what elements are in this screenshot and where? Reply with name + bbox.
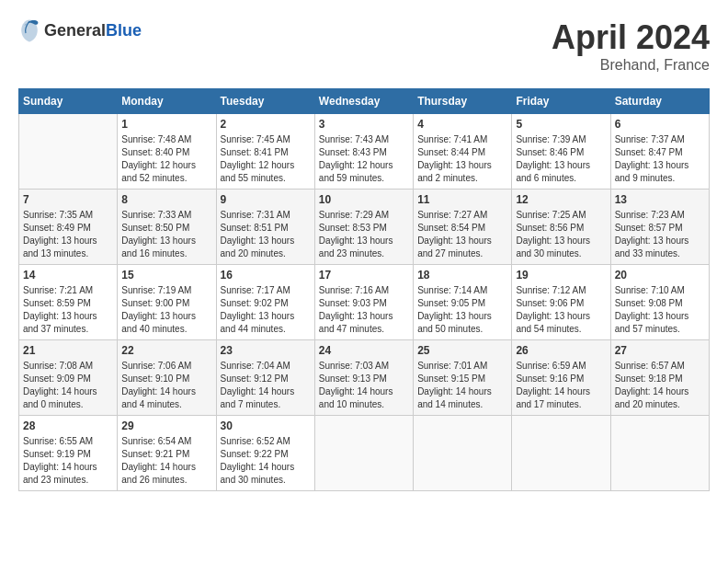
calendar-cell: 30Sunrise: 6:52 AM Sunset: 9:22 PM Dayli… — [216, 416, 314, 491]
day-info: Sunrise: 6:55 AM Sunset: 9:19 PM Dayligh… — [23, 435, 113, 487]
day-info: Sunrise: 7:08 AM Sunset: 9:09 PM Dayligh… — [23, 360, 113, 411]
day-number: 13 — [615, 193, 705, 206]
calendar-cell: 9Sunrise: 7:31 AM Sunset: 8:51 PM Daylig… — [216, 190, 314, 265]
calendar-cell: 12Sunrise: 7:25 AM Sunset: 8:56 PM Dayli… — [512, 190, 610, 265]
weekday-header-friday: Friday — [512, 89, 610, 114]
day-number: 18 — [417, 269, 507, 282]
weekday-header-thursday: Thursday — [414, 89, 512, 114]
day-number: 9 — [221, 193, 311, 206]
day-number: 29 — [121, 419, 211, 432]
day-number: 26 — [516, 344, 606, 357]
calendar-cell: 22Sunrise: 7:06 AM Sunset: 9:10 PM Dayli… — [118, 340, 216, 416]
day-number: 21 — [23, 344, 113, 357]
day-info: Sunrise: 7:29 AM Sunset: 8:53 PM Dayligh… — [319, 209, 409, 260]
weekday-header-wednesday: Wednesday — [314, 89, 413, 114]
calendar-cell — [512, 416, 610, 491]
day-number: 2 — [221, 118, 311, 131]
day-info: Sunrise: 7:23 AM Sunset: 8:57 PM Dayligh… — [615, 209, 705, 260]
day-number: 24 — [319, 344, 409, 357]
day-number: 8 — [121, 193, 211, 206]
calendar-cell: 7Sunrise: 7:35 AM Sunset: 8:49 PM Daylig… — [19, 190, 118, 265]
weekday-header-monday: Monday — [118, 89, 216, 114]
day-info: Sunrise: 7:17 AM Sunset: 9:02 PM Dayligh… — [221, 284, 311, 336]
day-info: Sunrise: 7:39 AM Sunset: 8:46 PM Dayligh… — [516, 133, 606, 185]
calendar-cell: 17Sunrise: 7:16 AM Sunset: 9:03 PM Dayli… — [314, 265, 413, 340]
day-number: 28 — [23, 419, 113, 432]
page-header: GeneralBlue April 2024 Brehand, France — [18, 18, 710, 74]
calendar-cell — [610, 416, 709, 491]
title-section: April 2024 Brehand, France — [552, 18, 710, 74]
calendar-cell: 20Sunrise: 7:10 AM Sunset: 9:08 PM Dayli… — [610, 265, 709, 340]
calendar-cell: 28Sunrise: 6:55 AM Sunset: 9:19 PM Dayli… — [19, 416, 118, 491]
calendar-cell: 27Sunrise: 6:57 AM Sunset: 9:18 PM Dayli… — [610, 340, 709, 416]
calendar-table: SundayMondayTuesdayWednesdayThursdayFrid… — [18, 88, 710, 491]
calendar-week-row: 1Sunrise: 7:48 AM Sunset: 8:40 PM Daylig… — [19, 114, 710, 190]
calendar-cell: 10Sunrise: 7:29 AM Sunset: 8:53 PM Dayli… — [314, 190, 413, 265]
day-info: Sunrise: 7:27 AM Sunset: 8:54 PM Dayligh… — [417, 209, 507, 260]
logo-bird-icon — [18, 18, 40, 44]
day-number: 3 — [319, 118, 409, 131]
calendar-cell: 3Sunrise: 7:43 AM Sunset: 8:43 PM Daylig… — [314, 114, 413, 190]
day-info: Sunrise: 7:35 AM Sunset: 8:49 PM Dayligh… — [23, 209, 113, 260]
day-info: Sunrise: 7:01 AM Sunset: 9:15 PM Dayligh… — [417, 360, 507, 411]
day-number: 1 — [121, 118, 211, 131]
day-number: 4 — [417, 118, 507, 131]
calendar-cell: 19Sunrise: 7:12 AM Sunset: 9:06 PM Dayli… — [512, 265, 610, 340]
day-number: 5 — [516, 118, 606, 131]
calendar-cell: 11Sunrise: 7:27 AM Sunset: 8:54 PM Dayli… — [414, 190, 512, 265]
weekday-header-tuesday: Tuesday — [216, 89, 314, 114]
day-number: 6 — [615, 118, 705, 131]
month-year-title: April 2024 — [552, 18, 710, 57]
day-number: 15 — [121, 269, 211, 282]
calendar-cell: 14Sunrise: 7:21 AM Sunset: 8:59 PM Dayli… — [19, 265, 118, 340]
day-number: 7 — [23, 193, 113, 206]
calendar-cell: 13Sunrise: 7:23 AM Sunset: 8:57 PM Dayli… — [610, 190, 709, 265]
calendar-cell: 5Sunrise: 7:39 AM Sunset: 8:46 PM Daylig… — [512, 114, 610, 190]
calendar-cell: 16Sunrise: 7:17 AM Sunset: 9:02 PM Dayli… — [216, 265, 314, 340]
day-number: 10 — [319, 193, 409, 206]
logo-text: GeneralBlue — [44, 22, 142, 40]
calendar-cell: 26Sunrise: 6:59 AM Sunset: 9:16 PM Dayli… — [512, 340, 610, 416]
day-info: Sunrise: 7:06 AM Sunset: 9:10 PM Dayligh… — [121, 360, 211, 411]
day-info: Sunrise: 7:33 AM Sunset: 8:50 PM Dayligh… — [121, 209, 211, 260]
calendar-cell: 4Sunrise: 7:41 AM Sunset: 8:44 PM Daylig… — [414, 114, 512, 190]
day-number: 14 — [23, 269, 113, 282]
day-number: 22 — [121, 344, 211, 357]
day-info: Sunrise: 7:16 AM Sunset: 9:03 PM Dayligh… — [319, 284, 409, 336]
location-subtitle: Brehand, France — [552, 57, 710, 74]
weekday-header-saturday: Saturday — [610, 89, 709, 114]
day-number: 30 — [221, 419, 311, 432]
day-info: Sunrise: 6:54 AM Sunset: 9:21 PM Dayligh… — [121, 435, 211, 487]
day-number: 19 — [516, 269, 606, 282]
calendar-cell: 2Sunrise: 7:45 AM Sunset: 8:41 PM Daylig… — [216, 114, 314, 190]
calendar-week-row: 14Sunrise: 7:21 AM Sunset: 8:59 PM Dayli… — [19, 265, 710, 340]
calendar-cell: 6Sunrise: 7:37 AM Sunset: 8:47 PM Daylig… — [610, 114, 709, 190]
logo: GeneralBlue — [18, 18, 142, 44]
day-number: 20 — [615, 269, 705, 282]
calendar-cell — [414, 416, 512, 491]
day-info: Sunrise: 7:41 AM Sunset: 8:44 PM Dayligh… — [417, 133, 507, 185]
day-number: 11 — [417, 193, 507, 206]
day-info: Sunrise: 6:59 AM Sunset: 9:16 PM Dayligh… — [516, 360, 606, 411]
calendar-cell: 1Sunrise: 7:48 AM Sunset: 8:40 PM Daylig… — [118, 114, 216, 190]
calendar-cell: 15Sunrise: 7:19 AM Sunset: 9:00 PM Dayli… — [118, 265, 216, 340]
calendar-cell: 25Sunrise: 7:01 AM Sunset: 9:15 PM Dayli… — [414, 340, 512, 416]
calendar-cell — [314, 416, 413, 491]
day-info: Sunrise: 7:03 AM Sunset: 9:13 PM Dayligh… — [319, 360, 409, 411]
day-number: 12 — [516, 193, 606, 206]
day-number: 17 — [319, 269, 409, 282]
day-number: 23 — [221, 344, 311, 357]
day-info: Sunrise: 6:52 AM Sunset: 9:22 PM Dayligh… — [221, 435, 311, 487]
weekday-header-sunday: Sunday — [19, 89, 118, 114]
calendar-cell: 29Sunrise: 6:54 AM Sunset: 9:21 PM Dayli… — [118, 416, 216, 491]
day-info: Sunrise: 7:04 AM Sunset: 9:12 PM Dayligh… — [221, 360, 311, 411]
day-info: Sunrise: 6:57 AM Sunset: 9:18 PM Dayligh… — [615, 360, 705, 411]
day-number: 25 — [417, 344, 507, 357]
day-info: Sunrise: 7:31 AM Sunset: 8:51 PM Dayligh… — [221, 209, 311, 260]
calendar-cell: 24Sunrise: 7:03 AM Sunset: 9:13 PM Dayli… — [314, 340, 413, 416]
calendar-header-row: SundayMondayTuesdayWednesdayThursdayFrid… — [19, 89, 710, 114]
day-info: Sunrise: 7:43 AM Sunset: 8:43 PM Dayligh… — [319, 133, 409, 185]
calendar-cell: 18Sunrise: 7:14 AM Sunset: 9:05 PM Dayli… — [414, 265, 512, 340]
calendar-week-row: 21Sunrise: 7:08 AM Sunset: 9:09 PM Dayli… — [19, 340, 710, 416]
day-info: Sunrise: 7:25 AM Sunset: 8:56 PM Dayligh… — [516, 209, 606, 260]
